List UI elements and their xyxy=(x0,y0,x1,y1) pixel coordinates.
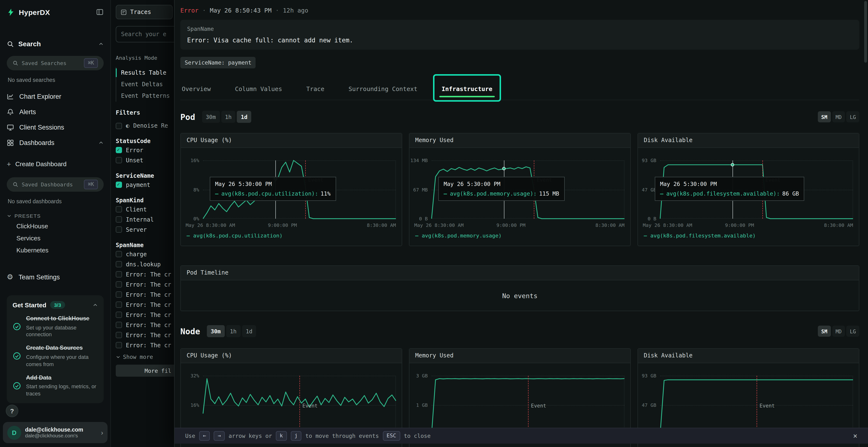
more-filters-button[interactable]: More fil xyxy=(116,365,174,377)
filter-option[interactable]: Error: The cr xyxy=(116,330,174,340)
mode-event-deltas[interactable]: Event Deltas xyxy=(116,78,174,90)
checkbox[interactable] xyxy=(116,281,122,287)
mode-event-patterns[interactable]: Event Patterns xyxy=(116,90,174,102)
get-started-step[interactable]: Add Data Start sending logs, metrics, or… xyxy=(12,374,98,398)
step-desc: Set up your database connection xyxy=(26,324,98,338)
get-started-header[interactable]: Get Started 3/3 xyxy=(12,301,98,309)
sidebar-item-chart-explorer[interactable]: Chart Explorer xyxy=(7,89,104,104)
checkbox[interactable] xyxy=(116,291,122,298)
chart-legend[interactable]: —avg(k8s.pod.filesystem.available) xyxy=(644,233,853,239)
create-dashboard-button[interactable]: + Create Dashboard xyxy=(7,157,104,171)
search-icon xyxy=(12,60,18,66)
checkbox-checked[interactable] xyxy=(116,147,122,153)
checkbox[interactable] xyxy=(116,322,122,328)
saved-searches-input[interactable]: Saved Searches ⌘K xyxy=(7,56,104,70)
size-sm[interactable]: SM xyxy=(818,111,831,122)
preset-services[interactable]: Services xyxy=(7,233,104,244)
checkbox[interactable] xyxy=(116,302,122,308)
get-started-step[interactable]: Create Data Sources Configure where your… xyxy=(12,345,98,368)
team-settings-item[interactable]: ⚙ Team Settings xyxy=(7,270,104,284)
filter-option[interactable]: charge xyxy=(116,249,174,259)
checkbox[interactable] xyxy=(116,271,122,277)
mode-results-table[interactable]: Results Table xyxy=(116,67,174,78)
filter-option[interactable]: Error xyxy=(116,145,174,155)
filter-option[interactable]: Error: The cr xyxy=(116,300,174,310)
filter-option[interactable]: Server xyxy=(116,225,174,235)
nav-label: Dashboards xyxy=(19,139,55,146)
series-dash-icon: — xyxy=(444,190,447,197)
tab-infrastructure[interactable]: Infrastructure xyxy=(440,78,494,100)
checkbox[interactable] xyxy=(116,157,122,163)
saved-dashboards-input[interactable]: Saved Dashboards ⌘K xyxy=(7,177,104,192)
pod-range-30m[interactable]: 30m xyxy=(202,111,220,123)
checkbox[interactable] xyxy=(116,216,122,222)
pod-range-1h[interactable]: 1h xyxy=(221,111,236,123)
option-label: Error: The cr xyxy=(126,342,171,348)
filter-option[interactable]: Internal xyxy=(116,214,174,225)
checkbox[interactable] xyxy=(116,332,122,338)
chart-legend[interactable]: —avg(k8s.pod.cpu.utilization) xyxy=(187,233,396,239)
close-icon[interactable]: × xyxy=(853,432,858,440)
step-title: Create Data Sources xyxy=(26,345,98,352)
pod-timeline-card: Pod Timeline No events xyxy=(180,265,859,311)
filter-option[interactable]: Error: The cr xyxy=(116,289,174,300)
help-button[interactable]: ? xyxy=(6,405,18,417)
size-lg[interactable]: LG xyxy=(846,325,859,337)
chevron-up-icon xyxy=(98,140,104,145)
user-menu[interactable]: D dale@clickhouse.com dale@clickhouse.co… xyxy=(3,422,107,443)
filter-option[interactable]: Error: The cr xyxy=(116,310,174,320)
tab-overview[interactable]: Overview xyxy=(180,78,212,100)
checkbox[interactable] xyxy=(116,342,122,348)
y-tick: 93 GB xyxy=(642,373,656,378)
tab-column-values[interactable]: Column Values xyxy=(234,78,283,100)
event-search-input[interactable]: Search your e xyxy=(116,26,174,42)
pod-cpu-chart[interactable]: 16% 8% 0% Event May 26 5:30:00 PM —avg(k… xyxy=(181,148,402,246)
legend-label: avg(k8s.pod.cpu.utilization) xyxy=(193,233,283,239)
checkbox[interactable] xyxy=(116,206,122,212)
filter-option[interactable]: Error: The cr xyxy=(116,279,174,289)
pod-disk-chart[interactable]: 93 GB 47 GB 0 B Event May 26 5:30:00 PM … xyxy=(638,148,859,246)
preset-kubernetes[interactable]: Kubernetes xyxy=(7,245,104,256)
checkbox[interactable] xyxy=(116,312,122,318)
get-started-title: Get Started xyxy=(12,301,46,309)
size-lg[interactable]: LG xyxy=(846,111,859,122)
sidebar-collapse-icon[interactable] xyxy=(96,8,104,16)
filter-option[interactable]: Error: The cr xyxy=(116,340,174,350)
y-tick: 32% xyxy=(190,373,199,378)
node-range-30m[interactable]: 30m xyxy=(207,325,225,337)
filter-option[interactable]: Client xyxy=(116,204,174,214)
tab-trace[interactable]: Trace xyxy=(305,78,326,100)
search-section-header[interactable]: Search xyxy=(7,38,104,49)
sidebar-item-client-sessions[interactable]: Client Sessions xyxy=(7,119,104,135)
pod-range-1d[interactable]: 1d xyxy=(237,111,251,123)
filter-option[interactable]: Error: The cr xyxy=(116,269,174,279)
filter-option[interactable]: Unset xyxy=(116,155,174,165)
sidebar-item-dashboards[interactable]: Dashboards xyxy=(7,135,104,150)
node-range-1d[interactable]: 1d xyxy=(242,325,256,337)
filter-option[interactable]: Error: The cr xyxy=(116,320,174,330)
size-md[interactable]: MD xyxy=(832,325,845,337)
dashboards-grid-icon xyxy=(7,139,14,146)
checkbox-checked[interactable] xyxy=(116,182,122,188)
preset-clickhouse[interactable]: ClickHouse xyxy=(7,220,104,232)
sidebar-item-alerts[interactable]: Alerts xyxy=(7,104,104,119)
size-sm[interactable]: SM xyxy=(818,325,831,337)
presets-toggle[interactable]: PRESETS xyxy=(7,212,104,220)
node-range-1h[interactable]: 1h xyxy=(226,325,240,337)
service-name-tag[interactable]: ServiceName: payment xyxy=(180,57,256,68)
checkbox[interactable] xyxy=(116,261,122,267)
filter-option[interactable]: payment xyxy=(116,180,174,190)
tab-surrounding-context[interactable]: Surrounding Context xyxy=(347,78,419,100)
checkbox[interactable] xyxy=(116,251,122,257)
size-md[interactable]: MD xyxy=(832,111,845,122)
pod-memory-chart[interactable]: 134 MB 67 MB 0 B Event May 26 5:30:00 PM… xyxy=(409,148,630,246)
scrollbar-thumb[interactable] xyxy=(864,1,867,63)
show-more-toggle[interactable]: Show more xyxy=(116,353,174,361)
denoise-checkbox[interactable] xyxy=(116,123,122,129)
get-started-step[interactable]: Connect to ClickHouse Set up your databa… xyxy=(12,315,98,338)
filter-option[interactable]: dns.lookup xyxy=(116,259,174,269)
checkbox[interactable] xyxy=(116,227,122,233)
source-select-traces[interactable]: Traces xyxy=(116,5,173,19)
denoise-toggle[interactable]: ◐ Denoise Re xyxy=(116,121,174,131)
chart-legend[interactable]: —avg(k8s.pod.memory.usage) xyxy=(415,233,624,239)
